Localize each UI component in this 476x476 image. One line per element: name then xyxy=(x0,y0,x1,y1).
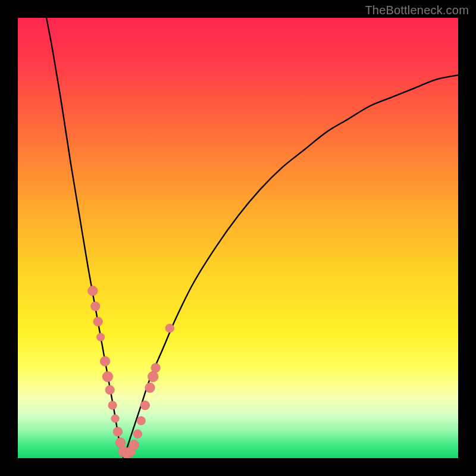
data-point-marker xyxy=(100,356,110,367)
data-point-marker xyxy=(102,371,113,382)
data-point-marker xyxy=(165,324,174,333)
data-point-marker xyxy=(140,400,150,410)
marker-group xyxy=(88,286,174,458)
data-point-marker xyxy=(145,383,155,393)
curve-right xyxy=(124,75,458,458)
data-point-marker xyxy=(90,302,100,311)
outer-frame: TheBottleneck.com xyxy=(0,0,476,476)
data-point-marker xyxy=(105,386,115,395)
data-point-marker xyxy=(111,415,119,422)
data-point-marker xyxy=(148,371,158,382)
data-point-marker xyxy=(108,401,117,410)
data-point-marker xyxy=(137,416,146,425)
data-point-marker xyxy=(93,317,103,327)
plot-area xyxy=(18,18,458,458)
data-point-marker xyxy=(129,440,139,450)
data-point-marker xyxy=(113,427,123,437)
data-point-marker xyxy=(151,364,161,373)
data-point-marker xyxy=(88,286,98,296)
data-point-marker xyxy=(133,430,142,439)
chart-svg xyxy=(18,18,458,458)
watermark-text: TheBottleneck.com xyxy=(365,4,469,17)
data-point-marker xyxy=(96,333,104,341)
